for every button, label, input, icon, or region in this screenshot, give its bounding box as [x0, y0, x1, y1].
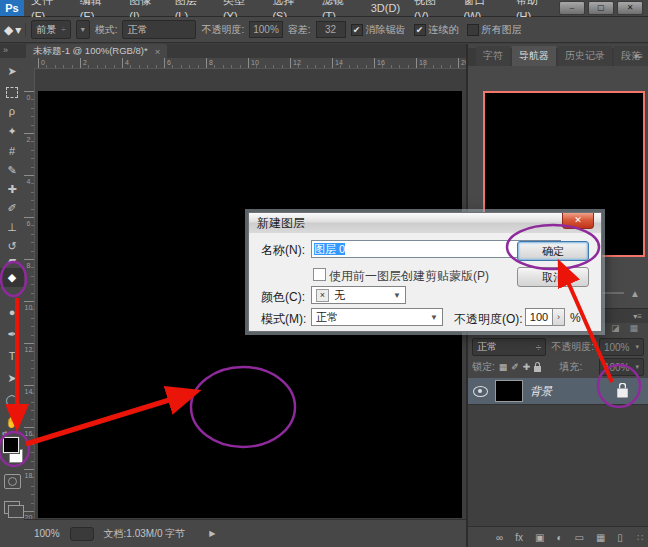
foreground-color-swatch[interactable]	[3, 437, 19, 453]
active-tool-badge[interactable]: ◆ ▾	[4, 23, 26, 37]
panel-tab-bar: 字符导航器历史记录段落	[468, 48, 648, 66]
layer-lock-icon[interactable]	[617, 389, 628, 398]
zoom-level-field[interactable]: 100%	[34, 528, 60, 539]
layer-row-background[interactable]: 背景	[468, 378, 648, 404]
close-tab-icon[interactable]: ×	[155, 46, 161, 57]
delete-layer-icon[interactable]: ▯	[617, 532, 623, 543]
pen-tool[interactable]: ✒	[0, 325, 24, 344]
cancel-button[interactable]: 取消	[517, 267, 589, 287]
opacity-label: 不透明度:	[201, 23, 244, 37]
menu-item[interactable]: 3D(D)	[364, 0, 407, 16]
tolerance-input[interactable]: 32	[316, 21, 346, 38]
ruler-number: 14	[24, 388, 33, 430]
spin-caret-icon: ÷	[536, 342, 542, 353]
clone-stamp-tool[interactable]: ⊥	[0, 218, 24, 237]
pattern-picker[interactable]: ▾	[76, 20, 90, 39]
name-label: 名称(N):	[261, 242, 305, 259]
eyedropper-tool[interactable]: ✎	[0, 161, 24, 180]
marquee-tool-icon	[0, 82, 24, 101]
ruler-number: 18	[24, 472, 33, 514]
color-select[interactable]: × 无 ▼	[311, 286, 406, 304]
ellipse-tool[interactable]: ◯	[0, 391, 24, 410]
lasso-tool[interactable]: ρ	[0, 102, 24, 121]
layer-thumbnail[interactable]	[495, 380, 523, 402]
panel-tab[interactable]: 历史记录	[558, 46, 612, 66]
collapse-panels-icon[interactable]: »	[3, 45, 8, 55]
magic-wand-tool[interactable]: ✦	[0, 122, 24, 141]
dialog-mode-select[interactable]: 正常 ▼	[311, 308, 443, 326]
close-button[interactable]: ✕	[617, 1, 643, 15]
fill-value: 100%	[604, 362, 630, 373]
chevron-down-icon: ▼	[393, 291, 401, 300]
color-value: 无	[334, 288, 345, 303]
option-checkbox[interactable]: 所有图层	[467, 23, 522, 37]
dialog-mode-label: 模式(M):	[261, 311, 306, 328]
opacity-value[interactable]: 100%	[249, 21, 283, 38]
panel-menu-icon[interactable]: ▾≡	[633, 312, 642, 321]
document-tab[interactable]: 未标题-1 @ 100%(RGB/8)* ×	[26, 44, 167, 58]
lock-all-icon[interactable]	[534, 366, 541, 372]
move-tool[interactable]: ➤	[0, 62, 24, 81]
clipping-mask-label: 使用前一图层创建剪贴蒙版(P)	[329, 268, 489, 285]
blur-tool[interactable]: ●	[0, 303, 24, 322]
dialog-opacity-input[interactable]: 100	[525, 308, 553, 326]
ruler-number: 0	[34, 58, 76, 67]
link-layers-icon[interactable]: ∞	[496, 532, 503, 543]
default-colors-icon[interactable]: ⇄	[2, 429, 22, 437]
panel-menu-icon[interactable]: ▾≡	[634, 52, 643, 61]
new-layer-icon[interactable]: ▦	[596, 532, 605, 543]
option-checkbox[interactable]: ✔ 连续的	[414, 23, 459, 37]
resize-grip-icon[interactable]: ∷	[637, 532, 643, 543]
fill-label: 填充:	[559, 360, 582, 374]
minimize-button[interactable]: ‒	[559, 1, 585, 15]
lock-option-icon[interactable]: ✚	[523, 362, 531, 372]
status-expand-icon[interactable]: ▶	[209, 529, 215, 538]
clipping-mask-checkbox[interactable]	[313, 268, 326, 281]
ruler-number: 4	[24, 178, 33, 220]
type-tool[interactable]: T	[0, 347, 24, 366]
chevron-down-icon: ▾	[635, 343, 639, 351]
fill-select[interactable]: 100% ▾	[599, 358, 644, 376]
layers-opacity-select[interactable]: 100% ▾	[599, 338, 644, 356]
zoom-in-icon[interactable]: ▲	[630, 288, 640, 299]
chevron-down-icon: ▾	[15, 23, 21, 37]
layer-mask-icon[interactable]: ▣	[535, 532, 544, 543]
paint-bucket-tool[interactable]: ◆	[0, 268, 24, 287]
lock-row: 锁定: ▦✐✚ 填充: 100% ▾	[472, 359, 644, 375]
panel-mini-icon[interactable]: ◪	[611, 323, 620, 336]
path-select-tool[interactable]: ➤	[0, 369, 24, 388]
layers-empty-area	[468, 404, 648, 527]
healing-brush-tool[interactable]: ✚	[0, 180, 24, 199]
lock-option-icon[interactable]: ▦	[499, 362, 508, 372]
layer-style-icon[interactable]: fx	[515, 532, 523, 543]
opacity-spinner[interactable]: ›	[552, 308, 565, 326]
menu-list: 文件(F)编辑(E)图像(I)图层(L)类型(Y)选择(S)滤镜(T)3D(D)…	[24, 0, 559, 16]
screen-mode-button[interactable]	[4, 501, 20, 514]
checkbox-icon: ✔	[414, 24, 426, 36]
adjustment-layer-icon[interactable]: ◐	[556, 532, 562, 543]
ruler-number: 16	[24, 430, 33, 472]
panel-tab[interactable]: 字符	[476, 46, 510, 66]
fill-source-select[interactable]: 前景 ÷	[31, 20, 70, 39]
dialog-close-button[interactable]: ✕	[562, 213, 594, 229]
checkbox-icon	[467, 24, 479, 36]
ruler-number: 2	[24, 136, 33, 178]
brush-tool[interactable]: ✐	[0, 199, 24, 218]
layer-visibility-eye-icon[interactable]	[473, 386, 488, 397]
lock-option-icon[interactable]: ✐	[511, 362, 519, 372]
option-checkbox[interactable]: ✔ 消除锯齿	[351, 23, 406, 37]
panel-tab[interactable]: 导航器	[512, 46, 556, 66]
ok-button[interactable]: 确定	[517, 241, 589, 261]
blend-mode-select[interactable]: 正常 ÷	[472, 338, 546, 356]
dialog-title: 新建图层	[249, 213, 601, 233]
layer-name[interactable]: 背景	[530, 384, 552, 399]
mode-select[interactable]: 正常	[122, 20, 196, 39]
maximize-button[interactable]: ▢	[588, 1, 614, 15]
quick-mask-button[interactable]	[4, 474, 21, 489]
status-options-icon[interactable]	[70, 527, 94, 541]
crop-tool[interactable]: #	[0, 142, 24, 161]
menu-bar: Ps 文件(F)编辑(E)图像(I)图层(L)类型(Y)选择(S)滤镜(T)3D…	[0, 0, 648, 17]
spin-caret-icon: ÷	[61, 25, 65, 34]
panel-mini-icon[interactable]: ▦	[629, 323, 638, 336]
layer-group-icon[interactable]: ▭	[574, 532, 583, 543]
